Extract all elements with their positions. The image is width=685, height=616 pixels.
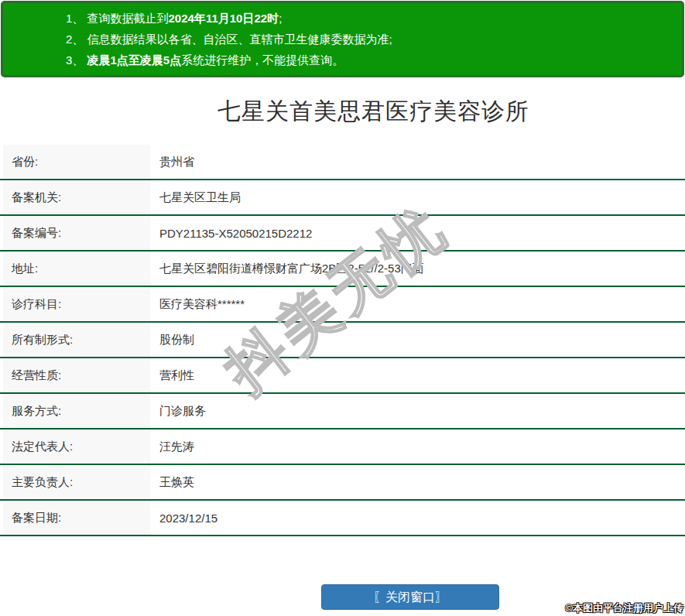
table-row-clinical-subjects: 诊疗科目: 医疗美容科****** [0, 287, 685, 323]
field-label: 法定代表人: [3, 429, 150, 464]
table-row-ownership-form: 所有制形式: 股份制 [0, 323, 685, 358]
field-label: 服务方式: [3, 394, 150, 428]
field-label: 经营性质: [3, 358, 150, 392]
table-row-service-mode: 服务方式: 门诊服务 [0, 394, 685, 429]
notice-line-1: 1、 查询数据截止到2024年11月10日22时; [66, 8, 674, 29]
field-value: 七星关区卫生局 [150, 180, 685, 214]
field-value: 七星关区碧阳街道樽憬财富广场2B区2-52//2-53门面 [150, 252, 685, 286]
field-value: PDY21135-X52050215D2212 [150, 216, 685, 250]
field-label: 省份: [3, 145, 150, 179]
notice-line-3-bold: 凌晨1点至凌晨5点 [87, 53, 182, 67]
record-detail-table: 省份: 贵州省 备案机关: 七星关区卫生局 备案编号: PDY21135-X52… [0, 145, 685, 536]
table-row-province: 省份: 贵州省 [0, 145, 685, 180]
field-value: 股份制 [150, 323, 685, 357]
table-row-address: 地址: 七星关区碧阳街道樽憬财富广场2B区2-52//2-53门面 [0, 252, 685, 287]
table-row-filing-date: 备案日期: 2023/12/15 [0, 501, 685, 536]
table-row-filing-authority: 备案机关: 七星关区卫生局 [0, 180, 685, 216]
field-label: 备案日期: [3, 501, 150, 535]
notice-line-3-text: 3、 [66, 53, 87, 67]
close-window-button[interactable]: 〖关闭窗口〗 [321, 584, 499, 610]
image-attribution: ©本图由平台注册用户上传 [565, 601, 683, 615]
field-label: 主要负责人: [3, 465, 150, 499]
notice-banner: 1、 查询数据截止到2024年11月10日22时; 2、 信息数据结果以各省、自… [1, 1, 684, 77]
notice-line-1-text: 1、 查询数据截止到 [66, 12, 169, 25]
page-title: 七星关首美思君医疗美容诊所 [31, 78, 685, 145]
field-label: 备案编号: [3, 216, 150, 250]
table-row-business-nature: 经营性质: 营利性 [0, 358, 685, 394]
field-value: 汪先涛 [150, 429, 685, 464]
field-value: 贵州省 [150, 145, 685, 179]
notice-line-2-text: 2、 信息数据结果以各省、自治区、直辖市卫生健康委数据为准; [66, 33, 392, 46]
notice-line-3-tail: 系统进行维护，不能提供查询。 [181, 53, 344, 67]
notice-line-3: 3、 凌晨1点至凌晨5点系统进行维护，不能提供查询。 [66, 50, 674, 70]
notice-line-1-tail: ; [279, 12, 282, 25]
table-row-filing-number: 备案编号: PDY21135-X52050215D2212 [0, 216, 685, 252]
notice-line-2: 2、 信息数据结果以各省、自治区、直辖市卫生健康委数据为准; [66, 29, 674, 50]
field-label: 诊疗科目: [3, 287, 150, 321]
field-label: 地址: [3, 252, 150, 286]
field-value: 门诊服务 [150, 394, 685, 428]
table-row-principal-person: 主要负责人: 王焕英 [0, 465, 685, 501]
field-label: 所有制形式: [3, 323, 150, 357]
field-label: 备案机关: [3, 180, 150, 214]
field-value: 2023/12/15 [150, 501, 685, 535]
field-value: 王焕英 [150, 465, 685, 499]
field-value: 营利性 [150, 358, 685, 392]
notice-line-1-bold: 2024年11月10日22时 [169, 12, 279, 25]
field-value: 医疗美容科****** [150, 287, 685, 321]
table-row-legal-representative: 法定代表人: 汪先涛 [0, 429, 685, 465]
